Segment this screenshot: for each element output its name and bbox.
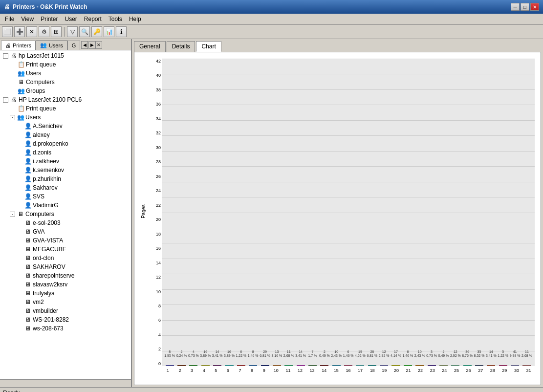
toolbar-btn-1[interactable]: ⬜ (2, 26, 13, 37)
tree-item-c1[interactable]: 🖥e-sol-2003 (1, 218, 130, 227)
tree-item-c11[interactable]: 🖥vmbuilder (1, 306, 130, 315)
tree-item-u4[interactable]: 👤d.zonis (1, 148, 130, 157)
toolbar-btn-3[interactable]: ✕ (26, 26, 37, 37)
bar-10: 133,16 % (273, 365, 281, 366)
tree-item-users1[interactable]: 👥Users (1, 69, 130, 78)
toolbar-btn-8[interactable]: ℹ (116, 26, 127, 37)
toolbar-btn-6[interactable]: 🔑 (91, 26, 102, 37)
tab-g[interactable]: G (67, 41, 81, 50)
y-tick: 40 (156, 73, 161, 78)
tree-icon: 👤 (24, 131, 32, 139)
menu-tools[interactable]: Tools (106, 15, 125, 23)
tree-item-c3[interactable]: 🖥GVA-VISTA (1, 236, 130, 245)
tree-item-c2[interactable]: 🖥GVA (1, 227, 130, 236)
tree-item-u6[interactable]: 👤k.semenkov (1, 166, 130, 174)
bar-group-12: 143,41 % (295, 365, 306, 366)
menu-user[interactable]: User (62, 15, 80, 23)
tab-details[interactable]: Details (167, 41, 195, 52)
x-tick: 14 (318, 368, 330, 379)
toolbar-btn-2[interactable]: ➕ (14, 26, 25, 37)
bar-label-29: 51,22 % (498, 350, 508, 358)
tree-icon: 👤 (24, 149, 32, 156)
tree-icon: 🖥 (24, 219, 32, 227)
menu-help[interactable]: Help (126, 15, 144, 23)
tree-item-comp1[interactable]: 🖥Computers (1, 78, 130, 87)
scroll-left-btn[interactable]: ◀ (81, 41, 88, 49)
close-button[interactable]: ✕ (530, 3, 539, 11)
tree-item-hp1015[interactable]: -🖨hp LaserJet 1015 (1, 51, 130, 60)
y-tick: 22 (156, 203, 161, 208)
tree-item-pq2[interactable]: 📋Print queue (1, 104, 130, 113)
tree-item-u3[interactable]: 👤d.prokopenko (1, 139, 130, 148)
tree-item-hp2100[interactable]: -🖨HP LaserJet 2100 PCL6 (1, 95, 130, 104)
bar-9: 296,81 % (261, 365, 269, 366)
scroll-right-btn[interactable]: ▶ (88, 41, 95, 49)
expand-btn[interactable]: - (10, 115, 15, 120)
toolbar-btn-4[interactable]: ⚙ (39, 26, 49, 37)
x-tick: 24 (438, 368, 451, 379)
minimize-button[interactable]: ─ (511, 3, 520, 11)
tree-item-u2[interactable]: 👤alexey (1, 131, 130, 139)
tree-item-c4[interactable]: 🖥MEGACUBE (1, 245, 130, 254)
y-tick: 42 (156, 59, 161, 64)
expand-btn[interactable]: - (3, 53, 8, 59)
tree-label: d.zonis (33, 149, 51, 156)
tree-item-u9[interactable]: 👤SVS (1, 192, 130, 201)
bar-group-29: 51,22 % (497, 365, 509, 366)
tree-icon: 🖨 (10, 52, 18, 60)
bar-group-13: 71,7 % (306, 365, 318, 366)
y-tick: 6 (158, 318, 161, 323)
bar-30: 419,98 % (511, 365, 519, 366)
tab-printers[interactable]: 🖨 Printers (1, 41, 36, 50)
tree-item-grp1[interactable]: 👥Groups (1, 87, 130, 95)
tree-item-c9[interactable]: 🖥trulyalya (1, 289, 130, 298)
tree-label: slavasw2ksrv (33, 281, 67, 288)
toolbar-btn-7[interactable]: 📊 (104, 26, 114, 37)
tree-item-u5[interactable]: 👤i.zatkheev (1, 157, 130, 166)
bar-1: 81,95 % (166, 365, 174, 366)
tab-general[interactable]: General (134, 41, 166, 52)
tree-item-c6[interactable]: 🖥SAKHAROV (1, 262, 130, 271)
horizontal-scrollbar[interactable] (0, 379, 131, 387)
tree-item-comp2[interactable]: -🖥Computers (1, 210, 130, 218)
bar-label-15: 102,43 % (331, 350, 342, 358)
expand-btn[interactable]: - (3, 97, 8, 103)
tree-item-c10[interactable]: 🖥vm2 (1, 298, 130, 306)
bar-17: 194,62 % (356, 365, 364, 366)
tree-item-u1[interactable]: 👤A.Senichev (1, 122, 130, 131)
bar-label-23: 30,73 % (426, 350, 437, 358)
toolbar-btn-filter[interactable]: ▽ (67, 26, 78, 37)
menu-bar: File View Printer User Report Tools Help (0, 14, 543, 25)
tree-item-c5[interactable]: 🖥ord-clon (1, 254, 130, 262)
tab-close-btn[interactable]: ✕ (95, 41, 102, 49)
bar-label-25: 122,92 % (450, 350, 461, 358)
tree-item-c7[interactable]: 🖥sharepointserve (1, 271, 130, 280)
tree-item-c12[interactable]: 🖥WS-201-8282 (1, 315, 130, 324)
menu-view[interactable]: View (18, 15, 37, 23)
y-tick: 28 (156, 159, 161, 164)
tab-users[interactable]: 👥 Users (36, 40, 67, 50)
tree-item-u10[interactable]: 👤VladimirG (1, 201, 130, 210)
x-axis-ticks: 1234567891011121314151617181920212223242… (162, 368, 535, 379)
x-tick: 4 (198, 368, 210, 379)
maximize-button[interactable]: □ (521, 3, 529, 11)
tree-label: Print queue (26, 61, 56, 68)
tree-item-u8[interactable]: 👤Sakharov (1, 183, 130, 192)
tree-item-c13[interactable]: 🖥ws-208-673 (1, 324, 130, 333)
menu-file[interactable]: File (2, 15, 17, 23)
menu-report[interactable]: Report (81, 15, 105, 23)
menu-printer[interactable]: Printer (38, 15, 61, 23)
tree-icon: 👤 (24, 166, 32, 174)
tree-item-pq1[interactable]: 📋Print queue (1, 60, 130, 69)
bar-label-12: 143,41 % (295, 350, 306, 358)
bar-label-19: 122,92 % (379, 350, 390, 358)
tree-item-users2[interactable]: -👥Users (1, 113, 130, 122)
tab-chart[interactable]: Chart (196, 41, 221, 52)
tree-item-u7[interactable]: 👤p.zhurikhin (1, 174, 130, 183)
tree-label: k.semenkov (33, 167, 64, 174)
x-tick: 2 (174, 368, 186, 379)
tree-item-c8[interactable]: 🖥slavasw2ksrv (1, 280, 130, 289)
toolbar-btn-search[interactable]: 🔍 (79, 26, 90, 37)
toolbar-btn-5[interactable]: ⊞ (51, 26, 62, 37)
expand-btn[interactable]: - (10, 212, 15, 217)
